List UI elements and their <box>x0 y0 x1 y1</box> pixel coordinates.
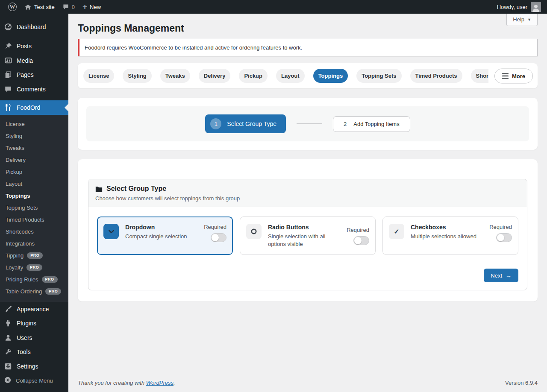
option-title: Radio Buttons <box>268 224 340 231</box>
stepper-card: 1 Select Group Type 2 Add Topping Items <box>78 98 538 150</box>
sidebar-item-settings[interactable]: Settings <box>0 359 68 374</box>
submenu-item-tweaks[interactable]: Tweaks <box>0 142 68 154</box>
help-button[interactable]: Help ▼ <box>506 14 538 26</box>
sidebar-item-label: Media <box>17 57 33 64</box>
submenu-item-integrations[interactable]: Integrations <box>0 238 68 250</box>
option-card-dropdown[interactable]: Dropdown Compact single selection Requir… <box>97 216 233 255</box>
submenu-item-license[interactable]: License <box>0 118 68 130</box>
pro-badge: PRO <box>42 276 58 283</box>
submenu-item-pickup[interactable]: Pickup <box>0 166 68 178</box>
more-tabs-button[interactable]: More <box>494 68 533 83</box>
sidebar-item-pages[interactable]: Pages <box>0 67 68 82</box>
tab-license[interactable]: License <box>83 69 114 83</box>
submenu-item-tipping[interactable]: TippingPRO <box>0 250 68 262</box>
collapse-menu-button[interactable]: Collapse Menu <box>0 374 68 388</box>
option-card-radio-buttons[interactable]: Radio Buttons Single selection with all … <box>240 216 376 255</box>
new-menu[interactable]: + New <box>79 0 105 14</box>
sidebar-item-users[interactable]: Users <box>0 331 68 345</box>
submenu-item-loyalty[interactable]: LoyaltyPRO <box>0 262 68 274</box>
avatar[interactable] <box>531 2 541 12</box>
tab-styling[interactable]: Styling <box>123 69 151 83</box>
site-name-label: Test site <box>34 4 55 10</box>
plug-icon <box>4 319 12 328</box>
sidebar-item-dashboard[interactable]: Dashboard <box>0 20 68 34</box>
required-label: Required <box>204 224 226 230</box>
sidebar-item-appearance[interactable]: Appearance <box>0 302 68 316</box>
collapse-icon <box>4 376 12 385</box>
tab-tweaks[interactable]: Tweaks <box>160 69 190 83</box>
option-title: Dropdown <box>125 224 197 231</box>
stepper-panel: 1 Select Group Type 2 Add Topping Items <box>86 106 529 141</box>
tab-timed-products[interactable]: Timed Products <box>410 69 462 83</box>
site-name-link[interactable]: Test site <box>21 0 59 14</box>
tab-topping-sets[interactable]: Topping Sets <box>356 69 401 83</box>
tabs-bar: License Styling Tweaks Delivery Pickup L… <box>78 63 538 88</box>
submenu-item-topping-sets[interactable]: Topping Sets <box>0 202 68 214</box>
sidebar-item-label: Pages <box>17 71 34 78</box>
required-label: Required <box>347 227 369 233</box>
comments-icon <box>4 85 12 94</box>
sidebar-item-tools[interactable]: Tools <box>0 345 68 359</box>
tab-shortcodes[interactable]: Shortcodes <box>471 69 488 83</box>
sidebar-item-foodord[interactable]: FoodOrd <box>0 100 68 115</box>
submenu-item-pricing-rules[interactable]: Pricing RulesPRO <box>0 274 68 286</box>
sliders-icon <box>4 362 12 371</box>
required-label: Required <box>489 224 512 230</box>
submenu-item-shortcodes[interactable]: Shortcodes <box>0 226 68 238</box>
submenu-item-timed-products[interactable]: Timed Products <box>0 214 68 226</box>
comments-count: 0 <box>72 4 75 10</box>
plus-icon: + <box>82 3 87 11</box>
sidebar-item-label: Comments <box>17 86 46 93</box>
admin-bar: W Test site 0 + New Howdy, user <box>0 0 547 14</box>
foodord-submenu: License Styling Tweaks Delivery Pickup L… <box>0 115 68 302</box>
page-title: Toppings Management <box>78 14 538 34</box>
option-card-checkboxes[interactable]: ✓ Checkboxes Multiple selections allowed… <box>382 216 518 255</box>
hamburger-icon <box>502 73 509 79</box>
sidebar-item-plugins[interactable]: Plugins <box>0 316 68 331</box>
comment-bubble-icon <box>62 3 69 10</box>
caret-down-icon: ▼ <box>527 18 531 22</box>
pro-badge: PRO <box>27 252 43 259</box>
option-desc: Compact single selection <box>125 233 197 240</box>
step-2-add-topping-items[interactable]: 2 Add Topping Items <box>333 116 410 132</box>
option-desc: Single selection with all options visibl… <box>268 233 336 248</box>
submenu-item-toppings[interactable]: Toppings <box>0 190 68 202</box>
option-title: Checkboxes <box>411 224 483 231</box>
sidebar-item-media[interactable]: Media <box>0 53 68 68</box>
group-type-subtitle: Choose how customers will select topping… <box>95 195 520 202</box>
tab-toppings[interactable]: Toppings <box>313 69 348 83</box>
tab-pickup[interactable]: Pickup <box>239 69 268 83</box>
wordpress-link[interactable]: WordPress <box>146 380 174 386</box>
option-desc: Multiple selections allowed <box>411 233 483 240</box>
brush-icon <box>4 305 12 313</box>
folder-icon <box>95 186 103 192</box>
comments-bubble[interactable]: 0 <box>59 0 79 14</box>
required-toggle[interactable] <box>353 236 369 245</box>
submenu-item-table-ordering[interactable]: Table OrderingPRO <box>0 286 68 298</box>
submenu-item-delivery[interactable]: Delivery <box>0 154 68 166</box>
admin-footer: Thank you for creating with WordPress. V… <box>78 375 538 392</box>
sidebar-item-comments[interactable]: Comments <box>0 82 68 97</box>
tab-layout[interactable]: Layout <box>276 69 305 83</box>
sidebar-item-label: Settings <box>17 363 38 370</box>
woocommerce-notice: Foodord requires WooCommerce to be insta… <box>78 39 538 56</box>
required-toggle[interactable] <box>496 233 512 242</box>
radio-icon <box>246 224 262 239</box>
submenu-item-styling[interactable]: Styling <box>0 130 68 142</box>
pushpin-icon <box>4 42 12 50</box>
step-1-select-group-type[interactable]: 1 Select Group Type <box>205 114 286 133</box>
next-button[interactable]: Next → <box>484 269 518 282</box>
submenu-item-layout[interactable]: Layout <box>0 178 68 190</box>
wp-logo-menu[interactable]: W <box>4 0 21 14</box>
required-toggle[interactable] <box>211 233 226 242</box>
tab-delivery[interactable]: Delivery <box>199 69 231 83</box>
step-connector-line <box>297 123 322 124</box>
sidebar-item-label: FoodOrd <box>17 104 40 111</box>
step-1-number: 1 <box>210 118 221 129</box>
user-icon <box>4 333 12 342</box>
sidebar-item-posts[interactable]: Posts <box>0 39 68 53</box>
sidebar-item-label: Posts <box>17 43 32 50</box>
sidebar-item-label: Dashboard <box>17 23 46 30</box>
checkmark-icon: ✓ <box>389 224 404 239</box>
howdy-user[interactable]: Howdy, user <box>497 4 527 10</box>
